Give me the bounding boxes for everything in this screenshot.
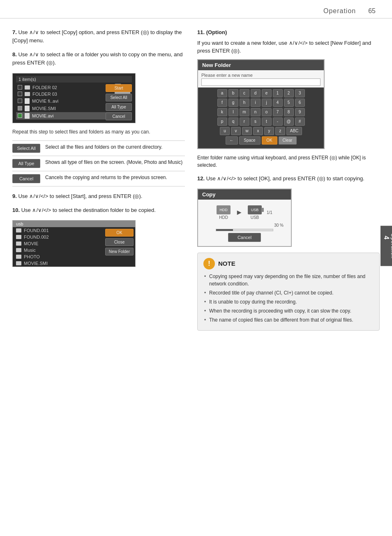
step-9-num: 9. xyxy=(12,193,17,199)
key-hash[interactable]: # xyxy=(295,117,305,126)
key-y[interactable]: y xyxy=(264,127,274,135)
all-type-btn[interactable]: All Type xyxy=(106,103,132,111)
legend-desc-all-type: Shows all type of files on the screen. (… xyxy=(45,159,182,166)
key-r[interactable]: r xyxy=(240,117,249,126)
key-n[interactable]: n xyxy=(251,108,261,116)
select-all-btn[interactable]: Select All xyxy=(106,94,132,101)
key-3[interactable]: 3 xyxy=(295,89,305,97)
key-7[interactable]: 7 xyxy=(273,108,283,116)
key-j[interactable]: j xyxy=(262,99,272,107)
dest-screen-header: usb xyxy=(13,221,135,227)
dest-row: MOVIE xyxy=(13,240,104,247)
key-o[interactable]: o xyxy=(262,108,272,116)
note-title: NOTE xyxy=(218,260,235,267)
key-5[interactable]: 5 xyxy=(284,99,294,107)
key-9[interactable]: 9 xyxy=(295,108,305,116)
key-c[interactable]: c xyxy=(240,89,249,97)
key-ok[interactable]: OK xyxy=(262,136,277,145)
dest-folder-icon xyxy=(16,248,21,252)
copy-arrow-icon: ► xyxy=(235,208,243,217)
copy-progress-fill xyxy=(216,229,233,231)
key-k[interactable]: k xyxy=(217,108,227,116)
dest-close-btn[interactable]: Close xyxy=(105,238,134,246)
keyboard-row-1: a b c d e 1 2 3 xyxy=(201,89,321,97)
side-tab-num: 4 xyxy=(383,236,390,259)
page-header: Operation 65 xyxy=(0,0,392,18)
new-folder-title: New Folder xyxy=(198,60,324,70)
key-1[interactable]: 1 xyxy=(273,89,283,97)
copy-from-label: HDD xyxy=(219,215,228,220)
copy-dialog: Copy HDD HDD ► USB USB 1/1 xyxy=(197,189,292,247)
copy-cancel-button[interactable]: Cancel xyxy=(228,233,261,242)
key-clear[interactable]: Clear xyxy=(279,136,297,145)
cancel-btn[interactable]: Cancel xyxy=(106,113,132,120)
key-g[interactable]: g xyxy=(228,99,238,107)
dest-folder-icon xyxy=(16,261,21,265)
right-column: 11. (Option) If you want to create a new… xyxy=(197,28,380,331)
dest-row-label: Music xyxy=(24,248,36,253)
key-e[interactable]: e xyxy=(262,89,272,97)
dest-buttons: OK Close New Folder xyxy=(104,227,135,267)
key-x[interactable]: x xyxy=(253,127,263,135)
new-folder-dialog: New Folder Please enter a new name a b c… xyxy=(197,59,325,149)
key-l[interactable]: l xyxy=(228,108,238,116)
legend-row-select-all: Select All Select all the files and fold… xyxy=(12,141,185,156)
copy-progress-label: 30 % xyxy=(205,223,284,228)
key-w[interactable]: w xyxy=(242,127,252,135)
key-4[interactable]: 4 xyxy=(273,99,283,107)
key-u[interactable]: u xyxy=(220,127,230,135)
dest-screen-rows: FOUND.001 FOUND.002 MOVIE Music xyxy=(13,227,104,267)
key-b[interactable]: b xyxy=(228,89,238,97)
dest-ok-btn[interactable]: OK xyxy=(105,229,134,237)
key-a[interactable]: a xyxy=(217,89,227,97)
key-z[interactable]: z xyxy=(275,127,285,135)
key-space[interactable]: Space xyxy=(239,136,261,145)
step-10-num: 10. xyxy=(12,207,20,213)
note-icon: ! xyxy=(203,258,215,269)
step-7-text: Use ∧/∨ to select [Copy] option, and pre… xyxy=(12,29,182,44)
step-10-text: Use ∧/∨/</> to select the destination fo… xyxy=(21,207,156,213)
step-11: 11. (Option) xyxy=(197,28,380,37)
key-f[interactable]: f xyxy=(217,99,227,107)
key-s[interactable]: s xyxy=(251,117,261,126)
key-t[interactable]: t xyxy=(262,117,272,126)
new-folder-input[interactable] xyxy=(201,78,321,86)
note-item: The name of copied files can be differen… xyxy=(203,316,374,324)
key-dash[interactable]: - xyxy=(273,117,283,126)
key-h[interactable]: h xyxy=(240,99,249,107)
note-item: It is unable to copy during the recordin… xyxy=(203,298,374,306)
dest-row: Music xyxy=(13,247,104,253)
note-list: Copying speed may vary depending on the … xyxy=(203,273,374,324)
file-list-screen: 1 item(s) FOLDER 02 FOLDER 03 MOVIE fi..… xyxy=(12,73,185,123)
dest-folder-icon xyxy=(16,255,21,259)
key-2[interactable]: 2 xyxy=(284,89,294,97)
key-abc[interactable]: ABC xyxy=(286,127,302,135)
step-11-text: If you want to create a new folder, use … xyxy=(197,39,380,55)
key-m[interactable]: m xyxy=(240,108,249,116)
step-11-num: 11. xyxy=(197,29,205,35)
key-backspace[interactable]: ← xyxy=(226,136,238,145)
dest-row-label: FOUND.001 xyxy=(24,228,49,233)
dest-row: PHOTO xyxy=(13,253,104,260)
key-i[interactable]: i xyxy=(251,99,261,107)
key-8[interactable]: 8 xyxy=(284,108,294,116)
key-p[interactable]: p xyxy=(217,117,227,126)
step-8-text: Use ∧/∨ to select a file or a folder you… xyxy=(12,51,183,66)
key-v[interactable]: v xyxy=(231,127,241,135)
step-8-num: 8. xyxy=(12,51,17,58)
dest-screen: usb FOUND.001 FOUND.002 MOVI xyxy=(12,220,136,267)
note-title-row: ! NOTE xyxy=(203,258,374,269)
new-folder-input-area: Please enter a new name xyxy=(198,70,324,87)
start-btn[interactable]: Start xyxy=(106,84,132,92)
step-7-num: 7. xyxy=(12,29,17,35)
dest-folder-icon xyxy=(16,242,21,246)
left-column: 7. Use ∧/∨ to select [Copy] option, and … xyxy=(12,28,185,331)
key-d[interactable]: d xyxy=(251,89,261,97)
legend-key-all-type: All Type xyxy=(12,159,40,168)
legend-desc-select-all: Select all the files and folders on the … xyxy=(45,144,162,151)
dest-new-folder-btn[interactable]: New Folder xyxy=(105,248,134,255)
key-at[interactable]: @ xyxy=(284,117,294,126)
hdd-icon: HDD xyxy=(217,205,231,214)
key-q[interactable]: q xyxy=(228,117,238,126)
key-6[interactable]: 6 xyxy=(295,99,305,107)
